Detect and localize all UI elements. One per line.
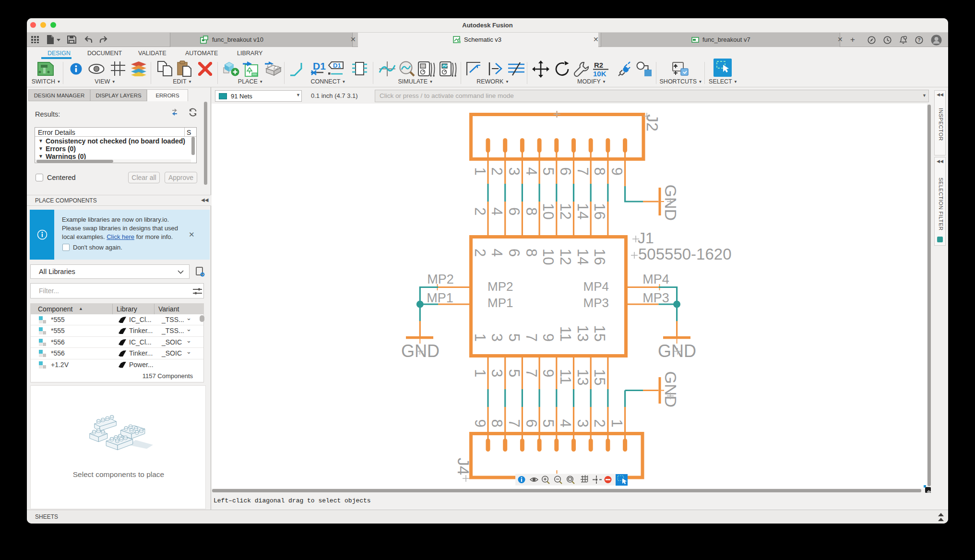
svg-text:MP1: MP1: [427, 291, 453, 305]
svg-text:2: 2: [472, 207, 488, 215]
svg-text:3: 3: [506, 167, 523, 175]
svg-text:12: 12: [557, 203, 574, 219]
svg-text:9: 9: [472, 419, 488, 427]
svg-text:1: 1: [472, 334, 488, 342]
svg-text:6: 6: [506, 207, 523, 215]
svg-text:5: 5: [540, 167, 557, 175]
svg-text:?: ?: [917, 37, 920, 43]
svg-text:4: 4: [557, 419, 574, 427]
svg-text:5: 5: [540, 419, 557, 427]
svg-text:7: 7: [574, 167, 591, 175]
svg-text:7: 7: [523, 369, 540, 377]
svg-text:9: 9: [540, 334, 557, 342]
svg-text:4: 4: [488, 207, 505, 215]
svg-text:1: 1: [472, 167, 488, 175]
svg-text:R2: R2: [594, 61, 603, 69]
svg-text:10: 10: [540, 203, 557, 219]
svg-text:MP3: MP3: [642, 291, 669, 305]
svg-text:9: 9: [608, 167, 625, 175]
svg-text:2: 2: [488, 167, 505, 175]
svg-text:3: 3: [488, 334, 505, 342]
svg-text:1: 1: [608, 419, 625, 427]
svg-text:14: 14: [574, 203, 591, 219]
svg-text:MP3: MP3: [583, 296, 609, 310]
svg-text:2: 2: [591, 419, 608, 427]
svg-text:6: 6: [557, 167, 574, 175]
svg-text:D1: D1: [313, 60, 326, 71]
svg-text:8: 8: [591, 167, 608, 175]
svg-text:8: 8: [488, 419, 505, 427]
svg-text:505550-1620: 505550-1620: [638, 245, 732, 263]
svg-text:15: 15: [591, 369, 608, 385]
svg-text:11: 11: [557, 326, 574, 342]
svg-text:11: 11: [557, 369, 574, 384]
svg-text:8: 8: [523, 207, 540, 215]
svg-text:1: 1: [472, 369, 488, 377]
svg-text:12: 12: [557, 249, 574, 265]
svg-text:3: 3: [488, 369, 505, 377]
svg-text:2: 2: [472, 249, 488, 257]
svg-text:16: 16: [591, 203, 608, 219]
svg-text:J2: J2: [643, 114, 662, 131]
svg-text:13: 13: [574, 325, 591, 342]
svg-text:10: 10: [540, 249, 557, 265]
svg-text:MP2: MP2: [488, 279, 513, 294]
svg-text:16: 16: [591, 249, 608, 265]
svg-text:7: 7: [506, 419, 523, 427]
svg-text:GND: GND: [662, 185, 680, 221]
svg-text:15: 15: [591, 325, 608, 342]
svg-text:3: 3: [574, 419, 591, 427]
svg-text:5: 5: [506, 369, 523, 377]
svg-text:MP1: MP1: [488, 296, 513, 310]
svg-text:6: 6: [523, 419, 540, 427]
svg-text:J1: J1: [638, 229, 654, 247]
svg-text:14: 14: [574, 249, 591, 265]
svg-text:4: 4: [488, 249, 505, 257]
svg-text:13: 13: [574, 369, 591, 385]
svg-text:7: 7: [523, 334, 540, 342]
svg-text:MP4: MP4: [583, 279, 609, 294]
svg-text:J4: J4: [454, 458, 473, 475]
svg-text:5: 5: [506, 334, 523, 342]
svg-text:GND: GND: [662, 371, 680, 408]
svg-text:MP2: MP2: [427, 272, 454, 286]
svg-text:D1: D1: [333, 62, 341, 69]
svg-text:8: 8: [523, 249, 540, 257]
svg-text:MP4: MP4: [642, 272, 669, 286]
svg-text:9: 9: [540, 369, 557, 377]
svg-text:10K: 10K: [593, 70, 606, 77]
svg-text:4: 4: [523, 167, 540, 175]
svg-text:6: 6: [506, 249, 523, 257]
